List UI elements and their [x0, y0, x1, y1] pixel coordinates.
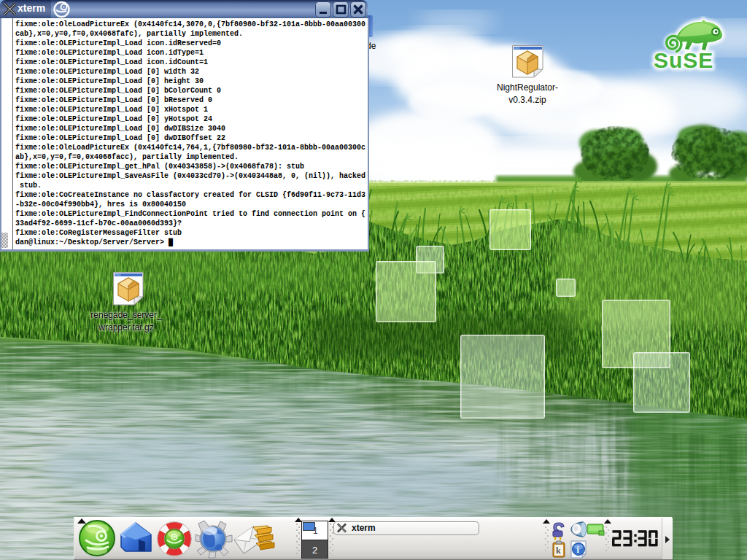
svg-text:k: k — [556, 545, 561, 556]
svg-text:2: 2 — [312, 545, 317, 556]
svg-text:SuSE: SuSE — [654, 48, 713, 72]
svg-text:1: 1 — [313, 526, 318, 536]
